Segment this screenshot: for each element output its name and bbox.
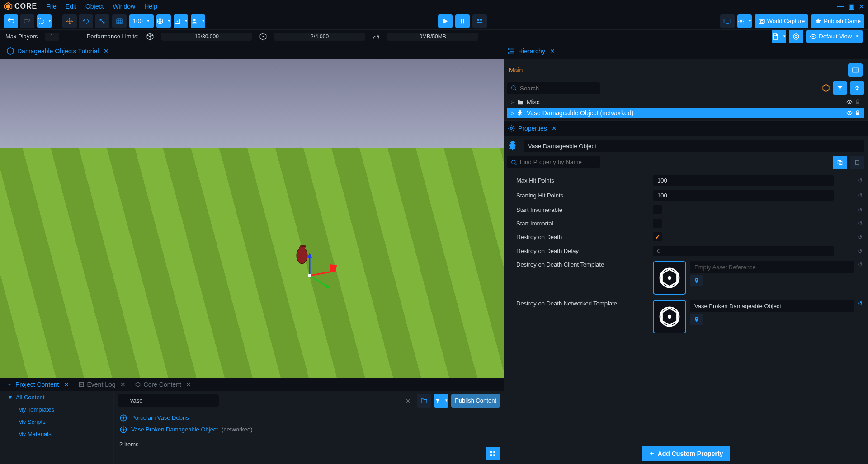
move-tool-button[interactable] — [62, 14, 77, 28]
core-content-close[interactable]: ✕ — [186, 381, 191, 388]
tree-row-misc[interactable]: ▹ Misc — [507, 97, 864, 108]
play-button[interactable] — [438, 14, 453, 28]
add-custom-property-button[interactable]: ＋ Add Custom Property — [642, 446, 731, 461]
world-button[interactable] — [156, 14, 171, 28]
lock-icon[interactable] — [854, 110, 861, 116]
close-icon[interactable]: ✕ — [859, 2, 864, 11]
locate-button[interactable] — [690, 275, 703, 286]
content-item-0[interactable]: Porcelain Vase Debris — [114, 412, 504, 424]
content-sidebar: ▼ All Content My Templates My Scripts My… — [0, 391, 114, 464]
reset-icon[interactable]: ↺ — [858, 248, 863, 254]
sidebar-all-content[interactable]: ▼ All Content — [0, 391, 113, 403]
pause-button[interactable] — [455, 14, 470, 28]
max-players-value[interactable]: 1 — [45, 33, 59, 41]
viewport-3d[interactable] — [0, 59, 504, 378]
destroy-checkbox[interactable]: ✔ — [653, 232, 662, 241]
start-inv-label: Start Invulnerable — [509, 206, 649, 213]
hierarchy-close[interactable]: ✕ — [550, 47, 555, 55]
menu-object[interactable]: Object — [85, 3, 104, 10]
hierarchy-filter-button[interactable] — [833, 81, 847, 95]
prop-start-imm: Start Immortal ↺ — [504, 216, 868, 230]
paste-button[interactable] — [850, 156, 864, 169]
reset-icon[interactable]: ↺ — [858, 220, 863, 227]
expand-icon[interactable]: ▹ — [511, 98, 514, 106]
folder-button[interactable] — [417, 394, 431, 408]
start-inv-checkbox[interactable] — [653, 205, 662, 214]
tab-project-content[interactable]: Project Content ✕ — [3, 379, 73, 390]
multiplayer-button[interactable] — [472, 14, 487, 28]
player-options-button[interactable] — [191, 14, 205, 28]
destroy-delay-value[interactable]: 0 — [653, 246, 834, 256]
reset-icon[interactable]: ↺ — [858, 206, 863, 213]
rotate-tool-button[interactable] — [79, 14, 93, 28]
screen-button[interactable] — [720, 14, 735, 28]
menu-window[interactable]: Window — [113, 3, 135, 10]
menu-file[interactable]: File — [46, 3, 57, 10]
properties-close[interactable]: ✕ — [552, 125, 557, 132]
help-button[interactable] — [789, 30, 803, 43]
viewport-tab[interactable]: Damageable Objects Tutorial ✕ — [3, 45, 113, 57]
sidebar-my-scripts[interactable]: My Scripts — [0, 416, 113, 428]
client-template-ref[interactable]: Empty Asset Reference — [690, 261, 854, 273]
net-template-ref[interactable]: Vase Broken Damageable Object — [690, 300, 854, 312]
locate-button[interactable] — [690, 314, 703, 325]
net-template-slot[interactable] — [653, 300, 686, 333]
hierarchy-search-input[interactable] — [507, 82, 600, 94]
grid-view-button[interactable] — [486, 447, 500, 460]
content-search-input[interactable] — [118, 394, 219, 407]
search-clear-icon[interactable]: ✕ — [406, 397, 410, 404]
minimize-icon[interactable]: — — [837, 2, 844, 11]
sidebar-my-templates[interactable]: My Templates — [0, 403, 113, 416]
reset-icon[interactable]: ↺ — [858, 234, 863, 240]
tab-event-log[interactable]: Event Log ✕ — [75, 379, 129, 390]
max-hp-value[interactable]: 100 — [653, 175, 834, 186]
project-content-close[interactable]: ✕ — [64, 381, 69, 388]
reset-icon[interactable]: ↺ — [858, 261, 863, 268]
copy-button[interactable] — [833, 156, 847, 169]
transform-gizmo[interactable] — [294, 253, 348, 307]
cinematic-button[interactable] — [848, 63, 863, 77]
scale-tool-button[interactable] — [95, 14, 109, 28]
selection-mode-button[interactable] — [37, 14, 52, 28]
settings-button[interactable] — [737, 14, 752, 28]
event-log-close[interactable]: ✕ — [120, 381, 126, 388]
svg-point-13 — [477, 19, 480, 21]
default-view-button[interactable]: Default View — [806, 30, 863, 43]
search-icon — [511, 85, 517, 91]
eye-icon[interactable] — [846, 99, 853, 105]
box-icon[interactable] — [822, 84, 830, 92]
menu-edit[interactable]: Edit — [66, 3, 76, 10]
world-capture-button[interactable]: World Capture — [755, 14, 809, 28]
collapse-all-button[interactable] — [850, 81, 864, 95]
redo-button[interactable] — [20, 14, 34, 28]
tree-row-vase[interactable]: ▹ Vase Damageable Object (networked) — [507, 108, 864, 118]
content-item-1[interactable]: Vase Broken Damageable Object (networked… — [114, 424, 504, 436]
lock-icon[interactable] — [854, 99, 861, 105]
prop-max-hp: Max Hit Points 100 ↺ — [504, 173, 868, 188]
maximize-icon[interactable]: ▣ — [848, 2, 855, 11]
bottom-tabs: Project Content ✕ Event Log ✕ Core Conte… — [0, 378, 504, 391]
viewport-tab-close[interactable]: ✕ — [104, 47, 109, 55]
snap-options-button[interactable] — [174, 14, 188, 28]
client-template-slot[interactable] — [653, 261, 686, 295]
zoom-dropdown[interactable]: 100 — [129, 14, 154, 28]
filter-button[interactable] — [434, 394, 448, 408]
undo-button[interactable] — [4, 14, 18, 28]
expand-icon[interactable]: ▹ — [511, 109, 514, 117]
publish-game-button[interactable]: Publish Game — [811, 14, 864, 28]
reset-icon[interactable]: ↺ — [858, 192, 863, 199]
sidebar-my-materials[interactable]: My Materials — [0, 428, 113, 440]
object-name-input[interactable] — [524, 140, 864, 152]
start-imm-checkbox[interactable] — [653, 219, 662, 228]
start-hp-value[interactable]: 100 — [653, 190, 834, 201]
menu-help[interactable]: Help — [144, 3, 157, 10]
save-dropdown-button[interactable] — [772, 30, 786, 43]
property-search-input[interactable] — [507, 156, 600, 168]
tab-core-content[interactable]: Core Content ✕ — [131, 379, 195, 390]
publish-content-button[interactable]: Publish Content — [451, 394, 500, 408]
reset-icon[interactable]: ↺ — [858, 300, 863, 307]
viewport-tab-label: Damageable Objects Tutorial — [17, 47, 99, 55]
eye-icon[interactable] — [846, 110, 853, 116]
reset-icon[interactable]: ↺ — [858, 177, 863, 184]
grid-snap-button[interactable] — [112, 14, 127, 28]
